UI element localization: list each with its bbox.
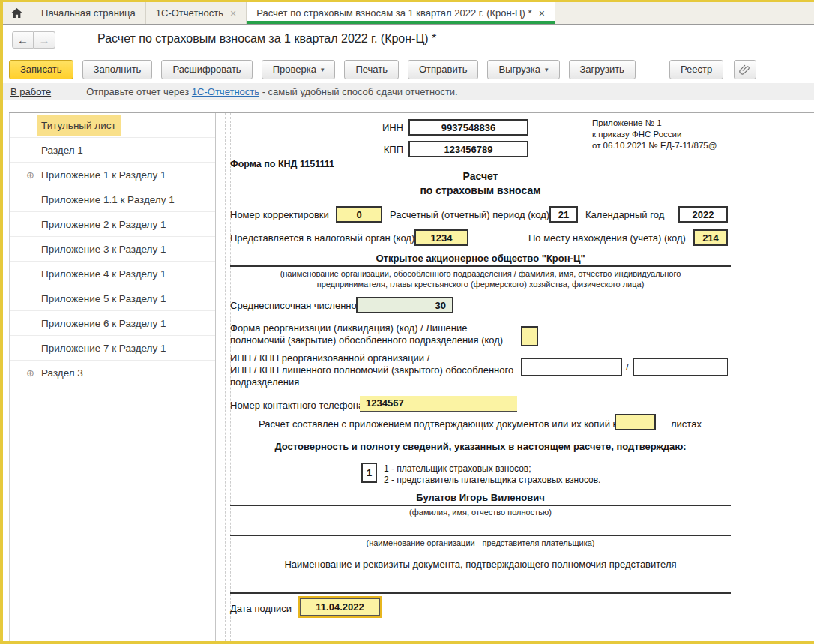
tab-bar: Начальная страница 1С-Отчетность × Расче… (3, 2, 814, 25)
sidebar-item-label: Титульный лист (37, 115, 121, 136)
registry-button[interactable]: Реестр (669, 60, 723, 79)
tab-label: 1С-Отчетность (156, 7, 223, 19)
sidebar-item-appendix2[interactable]: Приложение 2 к Разделу 1 (10, 212, 215, 237)
tab-1c-reporting[interactable]: 1С-Отчетность × (146, 2, 247, 24)
print-label: Печать (355, 64, 388, 75)
print-button[interactable]: Печать (344, 60, 399, 79)
form-title-line2: по страховым взносам (230, 184, 731, 196)
sidebar-item-label: Приложение 6 к Разделу 1 (41, 318, 166, 329)
pages-label-after: листах (671, 418, 702, 430)
reorg-slash: / (626, 361, 629, 373)
sidebar-item-label: Приложение 4 к Разделу 1 (41, 268, 166, 280)
phone-field[interactable]: 1234567 (360, 396, 517, 412)
correction-label: Номер корректировки (230, 209, 329, 220)
kpp-label: КПП (328, 144, 403, 155)
sidebar-item-section3[interactable]: ⊕Раздел 3 (10, 361, 215, 385)
signer-name-field[interactable]: Булатов Игорь Виленович (230, 492, 731, 506)
page-title: Расчет по страховым взносам за 1 квартал… (97, 32, 436, 46)
tax-authority-field[interactable]: 1234 (414, 229, 468, 246)
save-label: Записать (20, 64, 62, 75)
status-state-link[interactable]: В работе (10, 86, 51, 97)
tab-label: Расчет по страховым взносам за 1 квартал… (256, 7, 531, 19)
reorg-inn-label-line1: ИНН / КПП реорганизованной организации / (230, 352, 429, 364)
reorg-inn-label-line2: ИНН / КПП лишенного полномочий (закрытог… (230, 364, 513, 376)
status-bar: В работе Отправьте отчет через 1С-Отчетн… (3, 83, 814, 100)
expand-icon[interactable]: ⊕ (26, 169, 34, 181)
report-form: ИНН 9937548836 КПП 123456789 Приложение … (216, 113, 814, 641)
sign-date-label: Дата подписи (230, 603, 292, 614)
back-button[interactable]: ← (12, 31, 34, 49)
send-label: Отправить (419, 64, 467, 75)
home-tab[interactable] (3, 2, 31, 24)
sidebar-item-appendix3[interactable]: Приложение 3 к Разделу 1 (10, 237, 215, 262)
reorg-label-line2: полномочий (закрытие) обособленного подр… (230, 334, 503, 346)
sidebar-item-appendix1[interactable]: ⊕Приложение 1 к Разделу 1 (10, 163, 215, 187)
sign-date-line (230, 592, 731, 594)
window-frame-bottom (0, 641, 814, 644)
location-label: По месту нахождения (учета) (код) (528, 232, 686, 244)
representative-doc-text: Наименование и реквизиты документа, подт… (230, 559, 731, 570)
confirm-title: Достоверность и полноту сведений, указан… (230, 441, 731, 452)
close-icon[interactable]: × (230, 8, 236, 19)
decrypt-button[interactable]: Расшифровать (161, 60, 252, 79)
signer-code-field[interactable]: 1 (361, 463, 377, 483)
location-field[interactable]: 214 (693, 229, 728, 246)
back-icon: ← (17, 34, 28, 46)
fill-button[interactable]: Заполнить (82, 60, 153, 79)
toolbar: Записать Заполнить Расшифровать Проверка… (3, 56, 814, 82)
inn-field[interactable]: 9937548836 (408, 119, 528, 136)
reorg-code-field[interactable] (521, 326, 538, 346)
send-button[interactable]: Отправить (408, 60, 478, 79)
kpp-field[interactable]: 123456789 (408, 141, 528, 157)
form-title-line1: Расчет (230, 170, 731, 182)
sidebar-item-label: Приложение 2 к Разделу 1 (41, 219, 166, 230)
year-field[interactable]: 2022 (678, 206, 728, 223)
sidebar-item-section1[interactable]: Раздел 1 (10, 138, 215, 163)
decrypt-label: Расшифровать (172, 64, 241, 75)
reporting-link[interactable]: 1С-Отчетность (192, 86, 259, 97)
sidebar-item-appendix1-1[interactable]: Приложение 1.1 к Разделу 1 (10, 187, 215, 212)
attachment-button[interactable] (734, 60, 756, 79)
headcount-field[interactable]: 30 (356, 297, 453, 313)
section-sidebar: Титульный лист Раздел 1 ⊕Приложение 1 к … (9, 113, 216, 641)
pages-field[interactable] (615, 414, 656, 430)
sidebar-item-appendix7[interactable]: Приложение 7 к Разделу 1 (10, 336, 215, 361)
status-info: Отправьте отчет через 1С-Отчетность - са… (86, 86, 458, 97)
export-button[interactable]: Выгрузка▾ (487, 60, 559, 79)
sidebar-item-appendix5[interactable]: Приложение 5 к Разделу 1 (10, 286, 215, 311)
forward-button[interactable]: → (34, 31, 55, 49)
appendix-note-line: от 06.10.2021 № ЕД-7-11/875@ (592, 140, 717, 151)
sidebar-item-title-page[interactable]: Титульный лист (10, 113, 215, 138)
title-row: ← → Расчет по страховым взносам за 1 ква… (3, 25, 814, 56)
org-name-field[interactable]: Открытое акционерное общество "Крон-Ц" (230, 253, 731, 267)
sidebar-item-appendix4[interactable]: Приложение 4 к Разделу 1 (10, 262, 215, 286)
reorg-kpp-field[interactable] (633, 358, 728, 376)
status-text-before: Отправьте отчет через (86, 86, 192, 97)
sidebar-item-label: Раздел 3 (41, 367, 83, 379)
tab-start-page[interactable]: Начальная страница (31, 2, 146, 24)
appendix-note: Приложение № 1 к приказу ФНС России от 0… (592, 118, 717, 151)
pages-label-before: Расчет составлен с приложением подтвержд… (259, 418, 624, 430)
signer-option2: 2 - представитель плательщика страховых … (384, 475, 600, 485)
tab-label: Начальная страница (41, 7, 136, 19)
signer-option1: 1 - плательщик страховых взносов; (384, 463, 531, 474)
load-label: Загрузить (580, 64, 624, 75)
load-button[interactable]: Загрузить (569, 60, 636, 79)
org-name-hint-line1: (наименование организации, обособленного… (230, 269, 731, 278)
sidebar-item-appendix6[interactable]: Приложение 6 к Разделу 1 (10, 311, 215, 336)
sign-date-field[interactable]: 11.04.2022 (300, 598, 380, 616)
representative-org-hint: (наименование организации - представител… (230, 538, 731, 547)
save-button[interactable]: Записать (9, 60, 73, 79)
correction-field[interactable]: 0 (336, 206, 382, 223)
check-button[interactable]: Проверка▾ (262, 60, 336, 79)
tab-report-active[interactable]: Расчет по страховым взносам за 1 квартал… (247, 2, 555, 24)
check-label: Проверка (273, 64, 316, 75)
sidebar-item-label: Приложение 7 к Разделу 1 (41, 343, 166, 354)
reorg-inn-field[interactable] (521, 358, 622, 376)
expand-icon[interactable]: ⊕ (26, 367, 34, 379)
sidebar-item-label: Приложение 1.1 к Разделу 1 (41, 194, 175, 205)
nav-buttons: ← → (12, 31, 55, 49)
sidebar-item-label: Приложение 3 к Разделу 1 (41, 244, 166, 255)
period-field[interactable]: 21 (549, 206, 578, 223)
close-icon[interactable]: × (539, 8, 545, 19)
